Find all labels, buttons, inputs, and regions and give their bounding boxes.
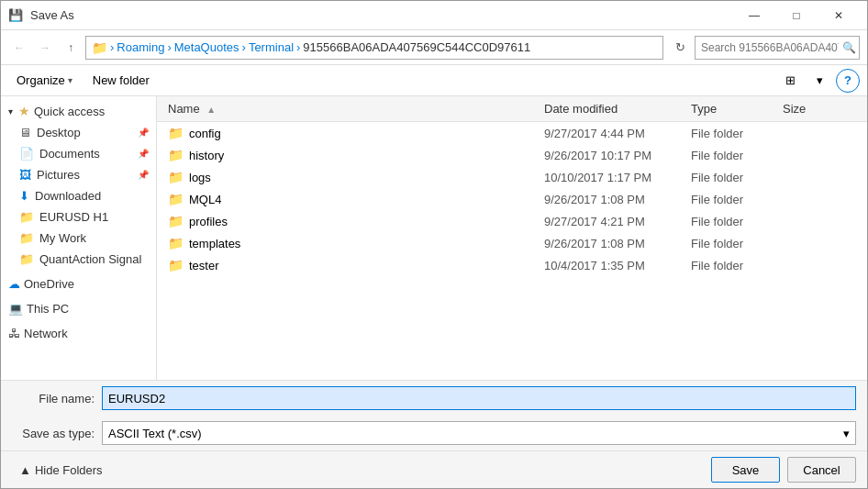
mywork-folder-icon: 📁 bbox=[19, 231, 34, 245]
folder-icon: 📁 bbox=[168, 126, 184, 140]
content-area: Name ▲ Date modified Type Size 📁 config … bbox=[157, 96, 867, 380]
date-column-header[interactable]: Date modified bbox=[544, 102, 691, 116]
address-bar[interactable]: 📁 › Roaming › MetaQuotes › Terminal › 91… bbox=[85, 36, 663, 60]
crumb-metaquotes[interactable]: MetaQuotes bbox=[174, 40, 239, 54]
dialog-icon: 💾 bbox=[8, 8, 23, 23]
bottom-bar: File name: Save as type: ASCII Text (*.c… bbox=[1, 380, 867, 488]
file-name-label: MQL4 bbox=[189, 193, 221, 206]
hide-folders-button[interactable]: ▲ Hide Folders bbox=[12, 460, 110, 481]
sidebar-eurusd-label: EURUSD H1 bbox=[39, 210, 108, 224]
table-row[interactable]: 📁 logs 10/10/2017 1:17 PM File folder bbox=[157, 166, 867, 188]
file-type-label: File folder bbox=[691, 193, 783, 206]
sidebar-item-quantaction[interactable]: 📁 QuantAction Signal bbox=[1, 249, 156, 270]
quick-access-header[interactable]: ▾ ★ Quick access bbox=[1, 100, 156, 122]
sidebar-item-mywork[interactable]: 📁 My Work bbox=[1, 228, 156, 249]
onedrive-item[interactable]: ☁ OneDrive bbox=[1, 273, 156, 295]
thispc-section: 💻 This PC bbox=[1, 298, 156, 319]
folder-icon: 📁 bbox=[168, 214, 184, 228]
filename-row: File name: bbox=[1, 381, 867, 416]
pictures-icon: 🖼 bbox=[19, 168, 31, 182]
saveas-label: Save as type: bbox=[12, 427, 95, 440]
pictures-pin-icon: 📌 bbox=[138, 170, 149, 180]
saveas-type-dropdown[interactable]: ASCII Text (*.csv) ▾ bbox=[102, 421, 856, 445]
filename-input[interactable] bbox=[102, 386, 856, 410]
file-name-label: history bbox=[189, 149, 224, 162]
name-header-label: Name bbox=[168, 102, 200, 116]
help-icon: ? bbox=[844, 73, 851, 87]
size-column-header[interactable]: Size bbox=[783, 102, 856, 116]
help-button[interactable]: ? bbox=[836, 69, 860, 93]
secondary-toolbar: Organize ▾ New folder ⊞ ▾ ? bbox=[1, 65, 867, 96]
up-button[interactable]: ↑ bbox=[60, 37, 82, 59]
documents-icon: 📄 bbox=[19, 147, 34, 161]
close-button[interactable]: ✕ bbox=[818, 3, 860, 28]
file-list: 📁 config 9/27/2017 4:44 PM File folder 📁… bbox=[157, 122, 867, 276]
maximize-button[interactable]: □ bbox=[775, 3, 818, 28]
sidebar-desktop-label: Desktop bbox=[37, 126, 81, 139]
back-button[interactable]: ← bbox=[8, 37, 30, 59]
save-as-dialog: 💾 Save As — □ ✕ ← → ↑ 📁 › Roaming › Meta… bbox=[0, 0, 868, 489]
titlebar: 💾 Save As — □ ✕ bbox=[1, 1, 867, 30]
file-date-label: 9/26/2017 1:08 PM bbox=[544, 237, 691, 250]
quick-access-star-icon: ★ bbox=[18, 104, 30, 118]
sidebar-mywork-label: My Work bbox=[39, 231, 86, 245]
name-column-header[interactable]: Name ▲ bbox=[168, 102, 544, 116]
crumb-roaming[interactable]: Roaming bbox=[117, 40, 164, 54]
documents-pin-icon: 📌 bbox=[138, 149, 149, 159]
thispc-item[interactable]: 💻 This PC bbox=[1, 298, 156, 319]
navigation-toolbar: ← → ↑ 📁 › Roaming › MetaQuotes › Termina… bbox=[1, 30, 867, 65]
sidebar-documents-label: Documents bbox=[39, 147, 100, 161]
desktop-icon: 🖥 bbox=[19, 126, 31, 139]
network-label: Network bbox=[24, 327, 68, 340]
date-header-label: Date modified bbox=[544, 102, 618, 116]
table-row[interactable]: 📁 profiles 9/27/2017 4:21 PM File folder bbox=[157, 210, 867, 232]
table-row[interactable]: 📁 templates 9/26/2017 1:08 PM File folde… bbox=[157, 232, 867, 254]
type-column-header[interactable]: Type bbox=[691, 102, 783, 116]
file-name-label: templates bbox=[189, 237, 240, 250]
sidebar-item-desktop[interactable]: 🖥 Desktop 📌 bbox=[1, 122, 156, 143]
cancel-button[interactable]: Cancel bbox=[787, 457, 856, 483]
file-name-label: config bbox=[189, 127, 221, 140]
new-folder-button[interactable]: New folder bbox=[84, 70, 158, 91]
onedrive-label: OneDrive bbox=[24, 277, 74, 291]
table-row[interactable]: 📁 config 9/27/2017 4:44 PM File folder bbox=[157, 122, 867, 144]
network-item[interactable]: 🖧 Network bbox=[1, 323, 156, 344]
folder-icon: 📁 bbox=[168, 148, 184, 162]
folder-icon: 📁 bbox=[168, 236, 184, 250]
view-dropdown-button[interactable]: ▾ bbox=[807, 69, 832, 93]
file-type-label: File folder bbox=[691, 259, 783, 272]
organize-button[interactable]: Organize ▾ bbox=[8, 70, 81, 91]
table-row[interactable]: 📁 tester 10/4/2017 1:35 PM File folder bbox=[157, 254, 867, 276]
hide-folders-collapse-icon: ▲ bbox=[19, 463, 31, 477]
folder-icon: 📁 bbox=[168, 170, 184, 184]
thispc-icon: 💻 bbox=[8, 302, 23, 316]
view-button[interactable]: ⊞ bbox=[777, 69, 803, 93]
button-row: ▲ Hide Folders Save Cancel bbox=[1, 450, 867, 488]
sidebar-item-eurusd[interactable]: 📁 EURUSD H1 bbox=[1, 206, 156, 228]
file-name-label: logs bbox=[189, 171, 211, 184]
crumb-terminal[interactable]: Terminal bbox=[249, 40, 294, 54]
sidebar-downloaded-label: Downloaded bbox=[35, 189, 101, 203]
file-date-label: 10/4/2017 1:35 PM bbox=[544, 259, 691, 272]
view-dropdown-icon: ▾ bbox=[817, 73, 823, 87]
sidebar: ▾ ★ Quick access 🖥 Desktop 📌 📄 Documents… bbox=[1, 96, 157, 380]
table-row[interactable]: 📁 MQL4 9/26/2017 1:08 PM File folder bbox=[157, 188, 867, 210]
hide-folders-label: Hide Folders bbox=[35, 463, 103, 477]
onedrive-icon: ☁ bbox=[8, 277, 20, 291]
quick-access-label: Quick access bbox=[34, 105, 105, 118]
file-type-label: File folder bbox=[691, 127, 783, 140]
refresh-button[interactable]: ↻ bbox=[669, 37, 691, 59]
minimize-button[interactable]: — bbox=[733, 3, 775, 28]
window-controls: — □ ✕ bbox=[733, 3, 860, 28]
crumb-id[interactable]: 915566BA06ADA407569C544CC0D97611 bbox=[303, 40, 530, 54]
dialog-title: Save As bbox=[30, 8, 726, 22]
forward-button[interactable]: → bbox=[34, 37, 56, 59]
sidebar-item-downloaded[interactable]: ⬇ Downloaded bbox=[1, 185, 156, 206]
sidebar-item-documents[interactable]: 📄 Documents 📌 bbox=[1, 143, 156, 164]
save-button[interactable]: Save bbox=[711, 457, 780, 483]
search-input[interactable] bbox=[701, 41, 839, 54]
saveas-row: Save as type: ASCII Text (*.csv) ▾ bbox=[1, 416, 867, 450]
table-row[interactable]: 📁 history 9/26/2017 10:17 PM File folder bbox=[157, 144, 867, 166]
sidebar-item-pictures[interactable]: 🖼 Pictures 📌 bbox=[1, 164, 156, 185]
quick-access-section: ▾ ★ Quick access 🖥 Desktop 📌 📄 Documents… bbox=[1, 100, 156, 270]
